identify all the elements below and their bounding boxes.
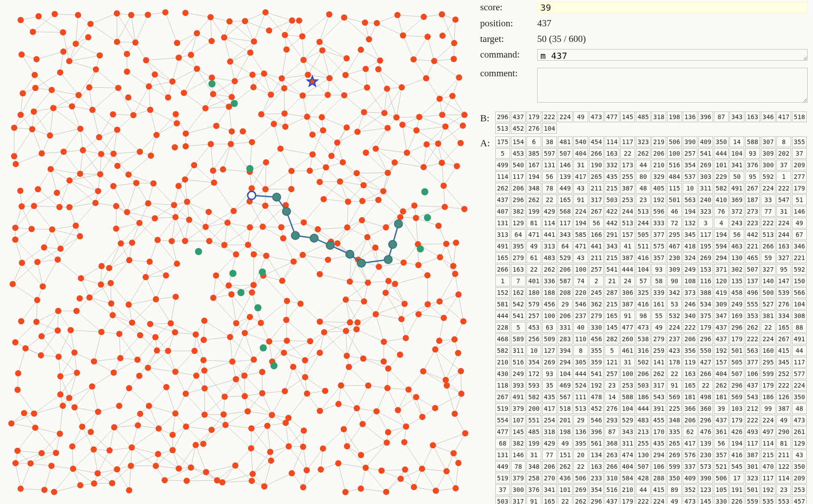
list-a-cell[interactable]: 194 <box>714 229 729 240</box>
graph-node[interactable] <box>18 51 25 58</box>
graph-node[interactable] <box>176 54 182 61</box>
graph-node[interactable] <box>172 410 178 417</box>
list-a-cell[interactable]: 387 <box>620 299 635 310</box>
graph-node[interactable] <box>51 489 57 495</box>
list-a-cell[interactable]: 357 <box>651 252 666 263</box>
graph-node[interactable] <box>106 265 112 271</box>
list-a-cell[interactable]: 20 <box>573 450 588 460</box>
graph-node[interactable] <box>455 460 461 466</box>
list-a-cell[interactable]: 313 <box>542 241 557 252</box>
list-a-cell[interactable]: 579 <box>527 299 541 310</box>
list-b-cell[interactable]: 477 <box>605 112 619 122</box>
list-a-cell[interactable]: 146 <box>792 206 807 217</box>
list-a-cell[interactable]: 24 <box>620 276 635 286</box>
list-a-cell[interactable]: 453 <box>511 148 526 159</box>
list-b-cell[interactable]: 296 <box>495 112 510 122</box>
list-a-cell[interactable]: 173 <box>620 160 635 170</box>
list-a-cell[interactable]: 354 <box>589 484 604 495</box>
list-a-cell[interactable]: 1 <box>495 276 510 286</box>
graph-node[interactable] <box>203 224 209 230</box>
graph-node[interactable] <box>191 162 197 168</box>
list-a-cell[interactable]: 89 <box>667 484 682 495</box>
graph-node[interactable] <box>325 256 331 263</box>
graph-node[interactable] <box>424 33 431 40</box>
graph-node[interactable] <box>284 338 290 344</box>
graph-node[interactable] <box>213 273 219 279</box>
graph-node[interactable] <box>137 220 143 226</box>
graph-node[interactable] <box>97 171 104 178</box>
list-a-cell[interactable]: 263 <box>605 450 619 460</box>
list-a-cell[interactable]: 209 <box>792 473 807 483</box>
list-a-cell[interactable]: 210 <box>620 484 635 495</box>
graph-node[interactable] <box>413 394 419 400</box>
graph-node[interactable] <box>87 294 93 301</box>
list-a-cell[interactable]: 329 <box>651 171 666 182</box>
list-a-cell[interactable]: 48 <box>636 183 651 194</box>
graph-node[interactable] <box>406 386 412 392</box>
list-a-cell[interactable]: 81 <box>776 438 791 449</box>
list-a-cell[interactable]: 516 <box>605 484 619 495</box>
list-a-cell[interactable]: 568 <box>558 206 572 217</box>
graph-node[interactable] <box>395 407 401 413</box>
graph-node[interactable] <box>456 291 462 297</box>
graph-node[interactable] <box>128 463 134 469</box>
graph-node[interactable] <box>114 163 120 169</box>
list-a-cell[interactable]: 255 <box>620 171 635 182</box>
graph-node[interactable] <box>40 283 46 289</box>
list-a-cell[interactable]: 186 <box>761 392 776 402</box>
list-a-cell[interactable]: 507 <box>745 264 760 275</box>
list-a-cell[interactable]: 146 <box>558 160 572 170</box>
list-a-cell[interactable]: 118 <box>495 380 510 391</box>
list-a-cell[interactable]: 330 <box>714 496 729 504</box>
list-a-cell[interactable]: 596 <box>651 206 666 217</box>
list-a-cell[interactable]: 376 <box>745 160 760 170</box>
graph-node[interactable] <box>268 91 274 98</box>
graph-node[interactable] <box>319 47 325 54</box>
graph-node[interactable] <box>456 74 462 81</box>
list-a-cell[interactable]: 484 <box>667 171 682 182</box>
graph-node[interactable] <box>247 224 253 231</box>
graph-node[interactable] <box>55 354 62 360</box>
graph-node[interactable] <box>416 114 423 120</box>
graph-node[interactable] <box>78 275 84 281</box>
graph-node[interactable] <box>452 411 458 417</box>
graph-node[interactable] <box>182 238 188 244</box>
graph-node[interactable] <box>92 200 99 206</box>
graph-node[interactable] <box>150 180 157 186</box>
graph-node[interactable] <box>200 357 207 363</box>
list-a-cell[interactable]: 74 <box>573 276 588 286</box>
list-a-cell[interactable]: 473 <box>683 496 697 504</box>
list-a-cell[interactable]: 350 <box>792 461 807 472</box>
graph-node[interactable] <box>29 226 35 232</box>
list-a-cell[interactable]: 295 <box>761 357 776 368</box>
graph-node[interactable] <box>358 486 364 492</box>
list-a-cell[interactable]: 56 <box>714 438 729 449</box>
list-a-cell[interactable]: 224 <box>761 183 776 194</box>
list-a-cell[interactable]: 211 <box>589 183 604 194</box>
graph-node[interactable] <box>221 394 228 400</box>
graph-node[interactable] <box>341 92 347 99</box>
list-a-cell[interactable]: 153 <box>698 264 713 275</box>
list-a-cell[interactable]: 303 <box>698 171 713 182</box>
list-a-cell[interactable]: 532 <box>667 310 682 321</box>
graph-node[interactable] <box>124 69 130 75</box>
list-a-cell[interactable]: 49 <box>651 322 666 333</box>
graph-node[interactable] <box>441 315 447 321</box>
graph-node[interactable] <box>228 141 234 147</box>
graph-node[interactable] <box>33 319 40 325</box>
list-a-cell[interactable]: 316 <box>636 345 651 356</box>
graph-node[interactable] <box>242 330 248 336</box>
list-a-cell[interactable]: 401 <box>527 276 541 286</box>
list-a-cell[interactable]: 254 <box>542 415 557 426</box>
list-a-cell[interactable]: 108 <box>683 276 697 286</box>
list-a-cell[interactable]: 223 <box>745 218 760 228</box>
graph-node[interactable] <box>344 124 350 131</box>
list-a-cell[interactable]: 62 <box>683 426 697 437</box>
graph-node[interactable] <box>317 271 323 277</box>
graph-node[interactable] <box>165 348 171 354</box>
graph-node[interactable] <box>233 251 239 257</box>
graph-node[interactable] <box>97 52 103 58</box>
graph-node[interactable] <box>91 358 97 364</box>
graph-node[interactable] <box>268 458 274 464</box>
list-a-cell[interactable]: 575 <box>651 241 666 252</box>
